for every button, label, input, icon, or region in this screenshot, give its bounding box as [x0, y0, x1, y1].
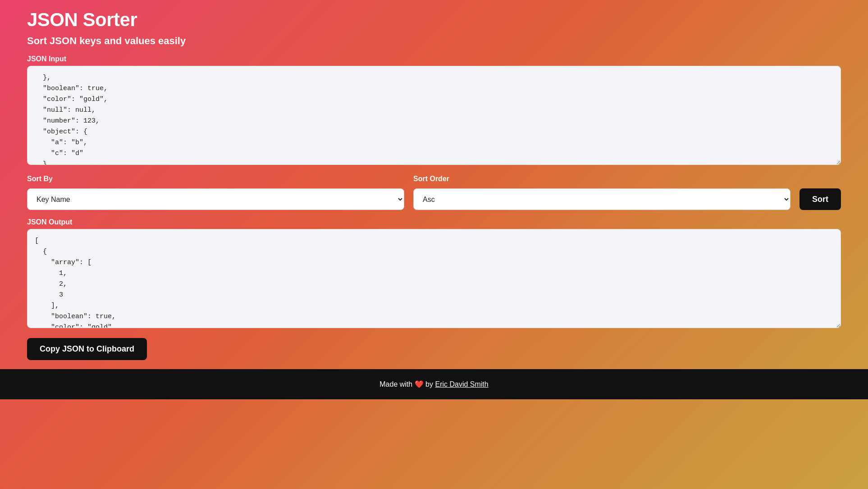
json-input-section: JSON Input }, "boolean": true, "color": … — [27, 55, 841, 167]
sort-by-label: Sort By — [27, 175, 404, 183]
json-output-textarea[interactable]: [ { "array": [ 1, 2, 3 ], "boolean": tru… — [27, 229, 841, 328]
sort-by-select[interactable]: Key Name Key Value None — [27, 188, 404, 210]
page-title: JSON Sorter — [27, 9, 841, 31]
json-input-label: JSON Input — [27, 55, 841, 63]
json-output-section: JSON Output [ { "array": [ 1, 2, 3 ], "b… — [27, 218, 841, 330]
footer-text: Made with ❤️ by Eric David Smith — [379, 380, 488, 388]
json-input-textarea[interactable]: }, "boolean": true, "color": "gold", "nu… — [27, 66, 841, 165]
footer: Made with ❤️ by Eric David Smith — [0, 369, 868, 399]
json-output-label: JSON Output — [27, 218, 841, 226]
controls-row: Sort By Key Name Key Value None Sort Ord… — [27, 175, 841, 210]
heart-icon: ❤️ — [415, 380, 424, 388]
sort-order-select[interactable]: Asc Desc — [413, 188, 790, 210]
sort-by-group: Sort By Key Name Key Value None — [27, 175, 404, 210]
copy-json-button[interactable]: Copy JSON to Clipboard — [27, 338, 147, 360]
sort-button[interactable]: Sort — [799, 188, 841, 210]
author-link[interactable]: Eric David Smith — [435, 380, 488, 388]
sort-order-label: Sort Order — [413, 175, 790, 183]
page-subtitle: Sort JSON keys and values easily — [27, 35, 841, 47]
sort-order-group: Sort Order Asc Desc — [413, 175, 790, 210]
